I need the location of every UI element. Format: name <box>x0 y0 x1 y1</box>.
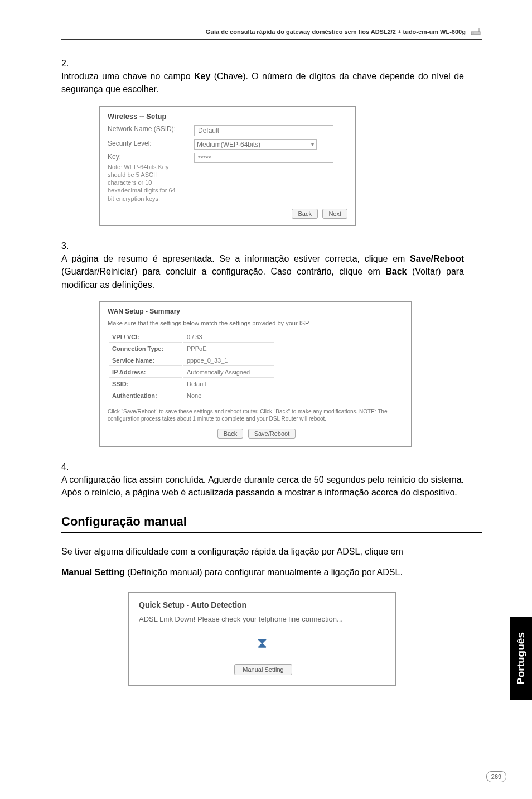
key-input[interactable]: ***** <box>194 153 333 163</box>
summary-table: VPI / VCI:0 / 33 Connection Type:PPPoE S… <box>108 331 275 402</box>
summary-note: Click "Save/Reboot" to save these settin… <box>108 408 403 422</box>
step-2-number: 2. <box>61 57 77 70</box>
quick-setup-title: Quick Setup - Auto Detection <box>139 600 385 609</box>
header-text: Guia de consulta rápida do gateway domés… <box>206 28 466 35</box>
key-note: Note: WEP-64bits Key should be 5 ASCII c… <box>108 163 180 203</box>
summary-desc: Make sure that the settings below match … <box>108 320 403 326</box>
router-icon <box>471 28 482 37</box>
wan-summary-panel: WAN Setup - Summary Make sure that the s… <box>99 301 412 447</box>
step-4-number: 4. <box>61 460 77 473</box>
ssid-input[interactable]: Default <box>194 125 333 136</box>
ssid-label: Network Name (SSID): <box>108 125 194 133</box>
save-reboot-button[interactable]: Save/Reboot <box>248 429 296 439</box>
step-3-number: 3. <box>61 239 77 252</box>
table-row: IP Address:Automatically Assigned <box>109 367 274 378</box>
table-row: Authentication:None <box>109 391 274 401</box>
manual-setting-button[interactable]: Manual Setting <box>234 664 292 675</box>
key-label: Key: <box>108 153 194 161</box>
back-button[interactable]: Back <box>292 209 317 219</box>
chevron-down-icon: ▾ <box>311 141 314 147</box>
table-row: Connection Type:PPPoE <box>109 344 274 354</box>
section-title: Configuração manual <box>61 514 482 533</box>
table-row: SSID:Default <box>109 379 274 389</box>
step-2: 2. Introduza uma chave no campo Key (Cha… <box>61 57 482 96</box>
step-3-body: A página de resumo é apresentada. Se a i… <box>61 252 464 291</box>
step-2-body: Introduza uma chave no campo Key (Chave)… <box>61 70 464 95</box>
back-button[interactable]: Back <box>217 429 243 439</box>
step-3: 3. A página de resumo é apresentada. Se … <box>61 239 482 291</box>
step-4-body: A configuração fica assim concluída. Agu… <box>61 473 464 499</box>
svg-point-3 <box>473 33 474 33</box>
paragraph-2: Manual Setting (Definição manual) para c… <box>61 566 482 580</box>
security-level-select[interactable]: Medium(WEP-64bits) ▾ <box>194 139 317 150</box>
wireless-setup-panel: Wireless -- Setup Network Name (SSID): D… <box>99 106 356 226</box>
next-button[interactable]: Next <box>322 209 347 219</box>
table-row: VPI / VCI:0 / 33 <box>109 332 274 343</box>
quick-setup-panel: Quick Setup - Auto Detection ADSL Link D… <box>128 592 396 686</box>
svg-point-2 <box>472 33 472 33</box>
paragraph-1: Se tiver alguma dificuldade com a config… <box>61 545 482 559</box>
page-header: Guia de consulta rápida do gateway domés… <box>61 28 482 40</box>
step-4: 4. A configuração fica assim concluída. … <box>61 460 482 499</box>
quick-setup-message: ADSL Link Down! Please check your telpho… <box>139 615 385 623</box>
security-level-label: Security Level: <box>108 139 194 147</box>
page-number: 269 <box>486 771 506 782</box>
language-tab: Português <box>510 617 532 700</box>
panel-title: Wireless -- Setup <box>108 112 347 121</box>
hourglass-icon: ⧗ <box>139 634 385 652</box>
summary-title: WAN Setup - Summary <box>108 307 403 315</box>
table-row: Service Name:pppoe_0_33_1 <box>109 355 274 366</box>
